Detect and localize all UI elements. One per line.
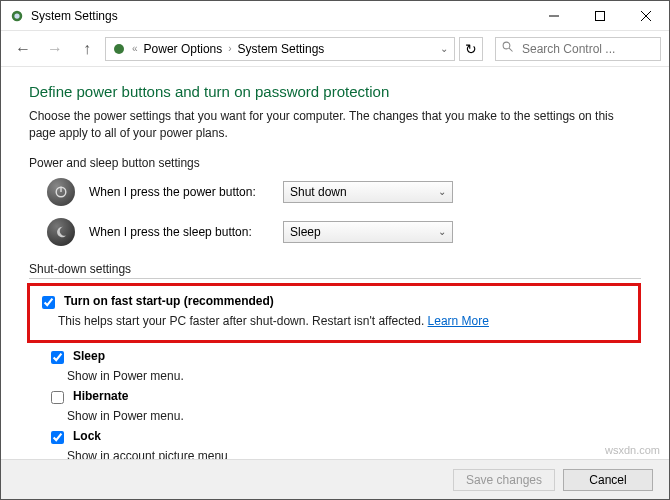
window-title: System Settings: [31, 9, 118, 23]
sleep-button-value: Sleep: [290, 225, 321, 239]
minimize-button[interactable]: [531, 1, 577, 31]
chevron-icon: «: [132, 43, 138, 54]
chevron-down-icon: ⌄: [438, 186, 446, 197]
svg-rect-3: [596, 11, 605, 20]
sleep-button-row: When I press the sleep button: Sleep ⌄: [47, 218, 641, 246]
sleep-row: Sleep: [47, 349, 641, 367]
breadcrumb-level1[interactable]: Power Options: [144, 42, 223, 56]
fast-startup-highlight: Turn on fast start-up (recommended) This…: [27, 283, 641, 343]
breadcrumb-icon: [112, 42, 126, 56]
search-icon: [502, 41, 514, 56]
back-button[interactable]: ←: [9, 35, 37, 63]
svg-point-1: [14, 13, 19, 18]
chevron-down-icon: ⌄: [438, 226, 446, 237]
lock-option-label[interactable]: Lock: [73, 429, 101, 443]
fast-startup-desc-text: This helps start your PC faster after sh…: [58, 314, 424, 328]
sleep-option-label[interactable]: Sleep: [73, 349, 105, 363]
forward-button[interactable]: →: [41, 35, 69, 63]
save-changes-button[interactable]: Save changes: [453, 469, 555, 491]
hibernate-row: Hibernate: [47, 389, 641, 407]
title-bar: System Settings: [1, 1, 669, 31]
search-box[interactable]: [495, 37, 661, 61]
lock-checkbox[interactable]: [51, 431, 64, 444]
chevron-right-icon: ›: [228, 43, 231, 54]
hibernate-checkbox[interactable]: [51, 391, 64, 404]
power-button-select[interactable]: Shut down ⌄: [283, 181, 453, 203]
fast-startup-desc: This helps start your PC faster after sh…: [58, 314, 630, 328]
maximize-button[interactable]: [577, 1, 623, 31]
breadcrumb[interactable]: « Power Options › System Settings ⌄: [105, 37, 455, 61]
power-icon: [47, 178, 75, 206]
power-button-value: Shut down: [290, 185, 347, 199]
button-settings-title: Power and sleep button settings: [29, 156, 641, 170]
watermark: wsxdn.com: [605, 444, 660, 456]
sleep-button-select[interactable]: Sleep ⌄: [283, 221, 453, 243]
page-heading: Define power buttons and turn on passwor…: [29, 83, 641, 100]
content-pane: Define power buttons and turn on passwor…: [1, 67, 669, 461]
sleep-button-label: When I press the sleep button:: [89, 225, 269, 239]
footer-bar: Save changes Cancel: [1, 459, 669, 499]
shutdown-settings-title: Shut-down settings: [29, 262, 641, 279]
refresh-button[interactable]: ↻: [459, 37, 483, 61]
search-input[interactable]: [520, 41, 654, 57]
nav-bar: ← → ↑ « Power Options › System Settings …: [1, 31, 669, 67]
cancel-button[interactable]: Cancel: [563, 469, 653, 491]
svg-point-6: [114, 44, 124, 54]
svg-point-7: [503, 42, 510, 49]
sleep-checkbox[interactable]: [51, 351, 64, 364]
page-description: Choose the power settings that you want …: [29, 108, 641, 142]
breadcrumb-level2[interactable]: System Settings: [238, 42, 325, 56]
fast-startup-checkbox[interactable]: [42, 296, 55, 309]
hibernate-desc: Show in Power menu.: [67, 409, 641, 423]
hibernate-option-label[interactable]: Hibernate: [73, 389, 128, 403]
close-button[interactable]: [623, 1, 669, 31]
power-button-row: When I press the power button: Shut down…: [47, 178, 641, 206]
moon-icon: [47, 218, 75, 246]
fast-startup-label[interactable]: Turn on fast start-up (recommended): [64, 294, 274, 308]
sleep-desc: Show in Power menu.: [67, 369, 641, 383]
app-icon: [9, 8, 25, 24]
fast-startup-row: Turn on fast start-up (recommended): [38, 294, 630, 312]
svg-line-8: [509, 48, 512, 51]
power-button-label: When I press the power button:: [89, 185, 269, 199]
learn-more-link[interactable]: Learn More: [428, 314, 489, 328]
lock-row: Lock: [47, 429, 641, 447]
breadcrumb-dropdown-icon[interactable]: ⌄: [440, 43, 448, 54]
up-button[interactable]: ↑: [73, 35, 101, 63]
